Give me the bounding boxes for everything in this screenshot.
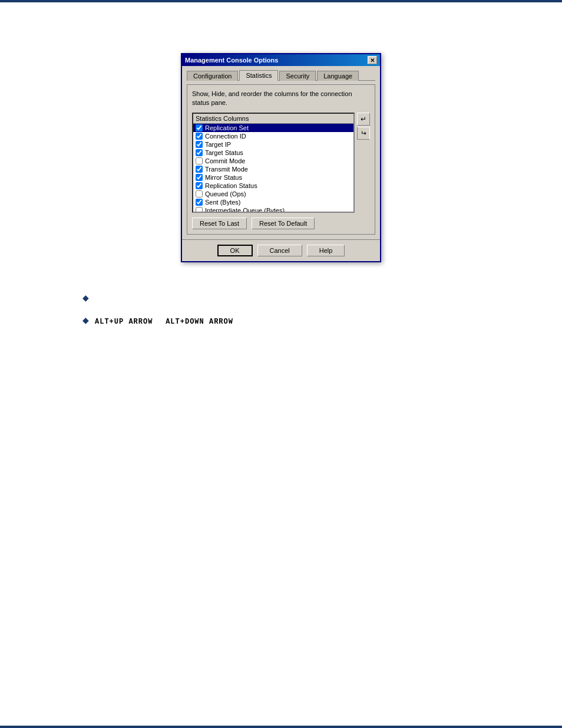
column-checkbox-10[interactable] [196,207,203,213]
reset-row: Reset To Last Reset To Default [192,218,370,229]
tabs-row: Configuration Statistics Security Langua… [187,70,375,81]
top-border [0,0,562,2]
shortcut-up: ALT+UP ARROW [95,318,153,326]
column-label: Commit Mode [205,157,245,164]
dialog-window: Management Console Options ✕ Configurati… [181,53,381,262]
column-label: Target IP [205,141,231,148]
list-item[interactable]: Transmit Mode [193,165,353,173]
tab-security[interactable]: Security [279,71,316,81]
body-content: ◆ ◆ ALT+UP ARROW ALT+DOWN ARROW [47,292,515,326]
list-item[interactable]: Mirror Status [193,173,353,182]
move-up-button[interactable]: ↵ [357,113,370,126]
columns-list[interactable]: Statistics Columns Replication SetConnec… [192,113,355,213]
list-item[interactable]: Commit Mode [193,157,353,165]
column-label: Connection ID [205,133,246,140]
column-checkbox-1[interactable] [196,133,203,140]
list-item[interactable]: Replication Status [193,182,353,190]
column-checkbox-5[interactable] [196,166,203,173]
column-checkbox-7[interactable] [196,182,203,189]
list-header: Statistics Columns [193,114,353,124]
list-item[interactable]: Sent (Bytes) [193,198,353,206]
list-item[interactable]: Intermediate Queue (Bytes) [193,206,353,213]
bullet-item-2: ◆ ALT+UP ARROW ALT+DOWN ARROW [82,314,480,326]
tab-statistics[interactable]: Statistics [239,70,278,81]
dialog-body: Configuration Statistics Security Langua… [182,66,380,239]
column-checkbox-6[interactable] [196,174,203,181]
column-checkbox-2[interactable] [196,141,203,148]
reset-to-last-button[interactable]: Reset To Last [192,218,247,229]
bullet-item-1: ◆ [82,292,480,302]
list-item[interactable]: Target IP [193,140,353,149]
cancel-button[interactable]: Cancel [257,245,302,256]
dialog-title: Management Console Options [185,57,368,64]
help-button[interactable]: Help [307,245,345,256]
list-item[interactable]: Connection ID [193,132,353,140]
column-label: Intermediate Queue (Bytes) [205,207,285,213]
close-button[interactable]: ✕ [368,56,377,64]
column-label: Sent (Bytes) [205,199,241,206]
column-label: Mirror Status [205,174,242,181]
column-label: Transmit Mode [205,166,248,173]
column-label: Replication Status [205,182,257,189]
column-label: Queued (Ops) [205,190,246,197]
ok-button[interactable]: OK [217,245,253,256]
move-down-button[interactable]: ↵ [357,127,370,140]
tab-content: Show, Hide, and reorder the columns for … [187,84,375,235]
side-buttons: ↵ ↵ [357,113,370,213]
dialog-footer: OK Cancel Help [182,239,380,261]
column-checkbox-8[interactable] [196,190,203,197]
bullet-text-2: ALT+UP ARROW ALT+DOWN ARROW [95,314,233,326]
list-area: Statistics Columns Replication SetConnec… [192,113,370,213]
column-checkbox-0[interactable] [196,124,203,131]
tab-language[interactable]: Language [317,71,359,81]
description-text: Show, Hide, and reorder the columns for … [192,90,370,108]
column-checkbox-3[interactable] [196,149,203,156]
list-item[interactable]: Target Status [193,149,353,157]
bullet-diamond-1: ◆ [82,293,89,302]
bullet-diamond-2: ◆ [82,315,89,325]
tab-configuration[interactable]: Configuration [187,71,238,81]
bottom-border [0,726,562,728]
column-checkbox-4[interactable] [196,157,203,164]
column-checkbox-9[interactable] [196,199,203,206]
shortcut-down: ALT+DOWN ARROW [166,318,233,326]
dialog-titlebar: Management Console Options ✕ [182,54,380,66]
column-label: Replication Set [205,124,249,131]
list-item[interactable]: Queued (Ops) [193,190,353,198]
column-label: Target Status [205,149,243,156]
list-item[interactable]: Replication Set [193,124,353,132]
reset-to-default-button[interactable]: Reset To Default [252,218,315,229]
